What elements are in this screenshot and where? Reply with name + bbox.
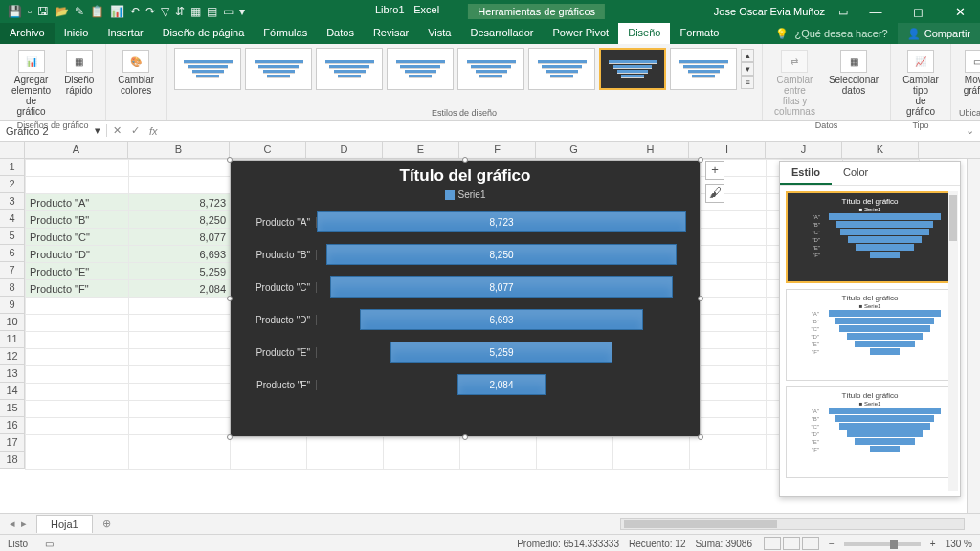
tab-formato[interactable]: Formato xyxy=(670,23,728,44)
cell-G18[interactable] xyxy=(537,452,613,470)
fx-icon[interactable]: fx xyxy=(149,125,158,137)
form-icon[interactable]: ▤ xyxy=(207,5,217,18)
cell-B12[interactable] xyxy=(129,349,231,366)
cell-C18[interactable] xyxy=(231,452,307,470)
ribbon-options-icon[interactable]: ▭ xyxy=(838,6,848,18)
cell-I4[interactable] xyxy=(690,211,767,229)
row-header-8[interactable]: 8 xyxy=(0,279,24,297)
tab-file[interactable]: Archivo xyxy=(0,23,55,44)
row-header-13[interactable]: 13 xyxy=(0,365,24,383)
cell-B7[interactable]: 5,259 xyxy=(129,263,231,280)
chart-plot-area[interactable]: Producto "A"8,723Producto "B"8,250Produc… xyxy=(231,206,700,410)
redo-icon[interactable]: ↷ xyxy=(145,5,155,18)
tell-me-search[interactable]: 💡 ¿Qué desea hacer? xyxy=(766,23,897,44)
tab-powerpivot[interactable]: Power Pivot xyxy=(543,23,618,44)
chart-style-2[interactable] xyxy=(245,48,312,90)
row-header-3[interactable]: 3 xyxy=(0,193,24,210)
styles-scroll-up[interactable]: ▴ xyxy=(741,49,754,62)
chart-style-1[interactable] xyxy=(174,48,241,90)
col-header-I[interactable]: I xyxy=(689,142,766,158)
zoom-level[interactable]: 130 % xyxy=(946,539,972,549)
cell-B10[interactable] xyxy=(129,315,231,332)
col-header-E[interactable]: E xyxy=(383,142,459,158)
col-header-C[interactable]: C xyxy=(230,142,306,158)
tab-desarrollador[interactable]: Desarrollador xyxy=(460,23,543,44)
cell-B15[interactable] xyxy=(129,401,231,418)
save-icon-2[interactable]: 🖫 xyxy=(37,5,49,18)
col-header-A[interactable]: A xyxy=(25,142,128,158)
cell-I11[interactable] xyxy=(690,332,767,349)
row-header-18[interactable]: 18 xyxy=(0,452,24,469)
cancel-icon[interactable]: ✕ xyxy=(113,124,122,137)
cell-F18[interactable] xyxy=(460,452,537,470)
cell-B4[interactable]: 8,250 xyxy=(129,211,231,229)
view-buttons[interactable] xyxy=(762,537,819,552)
change-chart-type-button[interactable]: 📈 Cambiar tipo de gráfico xyxy=(899,48,943,119)
tab-diseno-pagina[interactable]: Diseño de página xyxy=(153,23,255,44)
expand-formula-bar[interactable]: ⌄ xyxy=(960,124,980,137)
move-chart-button[interactable]: ▭ Mover gráfico xyxy=(960,48,980,98)
cell-B5[interactable]: 8,077 xyxy=(129,229,231,246)
cell-I16[interactable] xyxy=(690,418,767,435)
row-header-4[interactable]: 4 xyxy=(0,210,24,228)
cell-A12[interactable] xyxy=(26,349,129,366)
enter-icon[interactable]: ✓ xyxy=(131,124,140,137)
cell-B17[interactable] xyxy=(129,435,231,452)
minimize-button[interactable]: — xyxy=(861,5,890,19)
cell-A15[interactable] xyxy=(26,401,129,418)
row-header-14[interactable]: 14 xyxy=(0,383,24,400)
cell-A8[interactable]: Producto "F" xyxy=(26,280,129,298)
row-header-16[interactable]: 16 xyxy=(0,417,24,434)
chart-title[interactable]: Título del gráfico xyxy=(231,161,700,187)
pane-tab-color[interactable]: Color xyxy=(832,162,880,185)
cell-I7[interactable] xyxy=(690,263,767,280)
cell-I12[interactable] xyxy=(690,349,767,366)
cell-A11[interactable] xyxy=(26,332,129,349)
cell-A10[interactable] xyxy=(26,315,129,332)
close-button[interactable]: ✕ xyxy=(946,5,974,19)
cell-E17[interactable] xyxy=(384,435,460,452)
tab-formulas[interactable]: Fórmulas xyxy=(254,23,317,44)
cell-I14[interactable] xyxy=(690,384,767,401)
cell-B3[interactable]: 8,723 xyxy=(129,194,231,211)
tab-revisar[interactable]: Revisar xyxy=(364,23,418,44)
cell-B13[interactable] xyxy=(129,366,231,384)
row-header-1[interactable]: 1 xyxy=(0,159,24,176)
cell-A6[interactable]: Producto "D" xyxy=(26,246,129,263)
cell-B6[interactable]: 6,693 xyxy=(129,246,231,263)
cell-B16[interactable] xyxy=(129,418,231,435)
row-header-7[interactable]: 7 xyxy=(0,262,24,279)
row-header-12[interactable]: 12 xyxy=(0,348,24,365)
chart-bar[interactable]: 8,723 xyxy=(317,211,686,232)
chart-style-8[interactable] xyxy=(670,48,737,90)
camera-icon[interactable]: ▭ xyxy=(223,5,234,18)
filter-icon[interactable]: ▽ xyxy=(161,5,169,18)
horizontal-scrollbar[interactable] xyxy=(620,518,965,530)
qat-more-icon[interactable]: ▾ xyxy=(239,5,245,18)
row-header-11[interactable]: 11 xyxy=(0,331,24,348)
cell-I2[interactable] xyxy=(690,177,767,194)
sheet-nav-prev[interactable]: ◂ xyxy=(10,518,15,530)
cell-I5[interactable] xyxy=(690,229,767,246)
cell-D18[interactable] xyxy=(307,452,384,470)
cell-I18[interactable] xyxy=(690,452,767,470)
cell-I8[interactable] xyxy=(690,280,767,298)
sheet-tab-hoja1[interactable]: Hoja1 xyxy=(36,515,93,533)
cell-A14[interactable] xyxy=(26,384,129,401)
chart-style-4[interactable] xyxy=(387,48,454,90)
status-record-macro-icon[interactable]: ▭ xyxy=(45,539,54,549)
chart-style-6[interactable] xyxy=(528,48,595,90)
cell-A4[interactable]: Producto "B" xyxy=(26,211,129,229)
chart-bar[interactable]: 8,250 xyxy=(326,244,676,265)
vertical-scrollbar[interactable] xyxy=(967,159,980,513)
cell-F17[interactable] xyxy=(460,435,537,452)
cell-D17[interactable] xyxy=(307,435,384,452)
column-headers[interactable]: ABCDEFGHIJK xyxy=(25,142,980,159)
pane-scrollbar[interactable] xyxy=(948,191,958,491)
zoom-in-button[interactable]: + xyxy=(930,539,936,549)
row-header-2[interactable]: 2 xyxy=(0,176,24,193)
cell-A16[interactable] xyxy=(26,418,129,435)
add-chart-element-button[interactable]: 📊 Agregar elemento de gráfico xyxy=(8,48,55,119)
chart-styles-button[interactable]: 🖌 xyxy=(705,184,724,203)
cell-A18[interactable] xyxy=(26,452,129,470)
